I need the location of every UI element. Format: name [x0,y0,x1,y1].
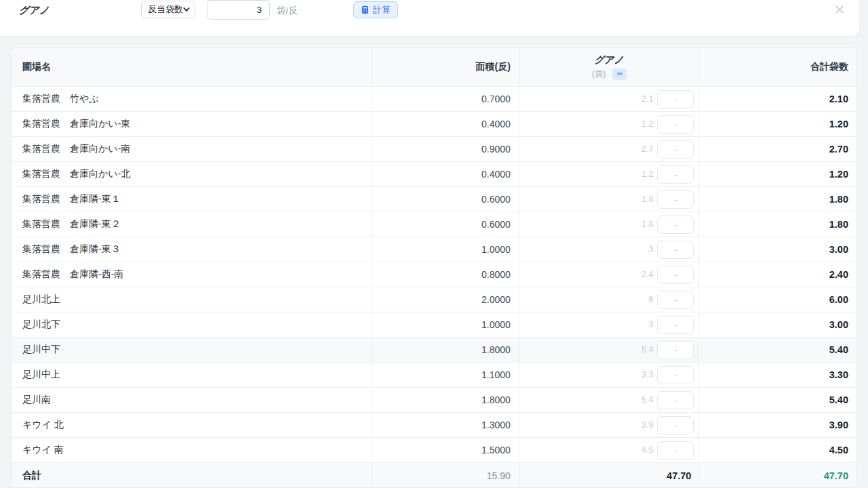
guano-override-input[interactable] [657,241,694,259]
field-name: キウイ 北 [22,419,64,431]
field-area-value: 0.4000 [481,119,511,129]
table-row: 集落営農 竹やぶ 0.7000 2.1 2.10 [12,87,856,112]
table-row: 足川中下 1.8000 5.4 5.40 [12,338,856,363]
guano-computed-value: 2.7 [642,144,653,154]
table-row: キウイ 南 1.5000 4.5 4.50 [12,438,856,463]
guano-override-input[interactable] [657,190,694,209]
header-guano-name: グアノ [595,54,624,66]
field-area-value: 2.0000 [481,294,511,305]
row-total-bags: 3.00 [829,244,848,255]
guano-override-input[interactable] [657,416,694,434]
fields-table: 圃場名 面積(反) グアノ (袋) ≃ 合計袋数 集落営農 竹やぶ 0.7000… [11,47,857,488]
close-icon[interactable] [834,4,845,15]
field-name: 集落営農 倉庫向かい-南 [22,143,130,155]
page-scroll-gutter [859,0,868,488]
guano-computed-value: 1.2 [642,169,653,179]
approx-badge[interactable]: ≃ [612,68,626,80]
field-area-value: 1.8000 [481,344,511,355]
header-field-name: 圃場名 [12,48,372,86]
field-name: キウイ 南 [22,444,64,456]
row-total-bags: 4.50 [829,445,848,455]
fertilizer-toolbar: グアノ 反当袋数 袋/反 計算 [0,0,859,37]
rate-input[interactable] [207,0,270,20]
header-total-bags: 合計袋数 [698,48,856,86]
field-area-value: 1.5000 [481,445,511,455]
guano-override-input[interactable] [657,341,694,359]
row-total-bags: 6.00 [829,294,848,305]
field-area-value: 1.8000 [481,394,511,405]
field-name: 集落営農 竹やぶ [22,93,99,105]
field-area-value: 0.6000 [481,219,511,230]
guano-computed-value: 4.5 [642,445,653,455]
row-total-bags: 1.20 [829,119,848,129]
field-area-value: 1.0000 [481,244,511,255]
row-total-bags: 2.40 [829,269,848,280]
table-row: 集落営農 倉庫隣-東１ 0.6000 1.8 1.80 [12,187,856,212]
table-body: 集落営農 竹やぶ 0.7000 2.1 2.10 集落営農 倉庫向かい-東 0.… [12,87,856,463]
guano-override-input[interactable] [657,140,694,159]
field-area-value: 0.9000 [481,144,511,155]
field-area-value: 0.8000 [481,269,511,280]
total-area-value: 15.90 [487,470,511,481]
guano-computed-value: 1.8 [642,195,653,204]
table-row: キウイ 北 1.3000 3.9 3.90 [12,413,856,438]
total-row-label: 合計 [22,470,41,482]
row-total-bags: 3.00 [829,319,848,330]
field-name: 集落営農 倉庫隣-東１ [22,193,121,205]
field-area-value: 0.4000 [481,169,511,180]
guano-computed-value: 3 [648,320,653,329]
field-name: 足川中上 [22,369,60,381]
table-row: 集落営農 倉庫向かい-北 0.4000 1.2 1.20 [12,162,856,187]
rate-mode-select[interactable]: 反当袋数 [141,1,195,18]
table-row: 足川北下 1.0000 3 3.00 [12,312,856,338]
total-bags-value: 47.70 [824,470,848,481]
calculator-icon [361,5,370,14]
field-name: 足川北下 [22,319,60,331]
guano-computed-value: 5.4 [642,395,653,405]
table-row: 集落営農 倉庫隣-東３ 1.0000 3 3.00 [12,237,856,262]
guano-override-input[interactable] [657,165,694,184]
guano-override-input[interactable] [657,291,694,309]
table-row: 集落営農 倉庫向かい-南 0.9000 2.7 2.70 [12,137,856,162]
row-total-bags: 1.80 [829,194,848,205]
row-total-bags: 5.40 [829,394,848,405]
header-guano-unit: (袋) [592,68,606,80]
row-total-bags: 3.90 [829,420,848,430]
guano-computed-value: 6 [648,295,653,304]
row-total-bags: 2.70 [829,144,848,155]
guano-override-input[interactable] [657,216,694,234]
row-total-bags: 5.40 [829,344,848,355]
guano-computed-value: 2.4 [642,270,653,279]
guano-override-input[interactable] [657,391,694,409]
table-header-row: 圃場名 面積(反) グアノ (袋) ≃ 合計袋数 [12,48,856,87]
field-area-value: 1.3000 [481,420,511,430]
guano-override-input[interactable] [657,441,694,460]
guano-override-input[interactable] [657,266,694,284]
table-row: 集落営農 倉庫向かい-東 0.4000 1.2 1.20 [12,112,856,137]
guano-override-input[interactable] [657,316,694,334]
table-row: 集落営農 倉庫隣-東２ 0.6000 1.8 1.80 [12,212,856,237]
guano-override-input[interactable] [657,115,694,134]
guano-computed-value: 1.8 [642,220,653,229]
calculate-button[interactable]: 計算 [353,1,398,18]
field-name: 足川南 [22,394,51,406]
guano-override-input[interactable] [657,90,694,108]
field-name: 足川北上 [22,293,60,306]
table-total-row: 合計 15.90 47.70 47.70 [12,463,856,488]
header-area: 面積(反) [372,48,519,86]
field-name: 集落営農 倉庫隣-東３ [22,243,121,256]
table-row: 足川中上 1.1000 3.3 3.30 [12,363,856,388]
calculate-button-label: 計算 [373,4,391,16]
guano-computed-value: 3.3 [642,370,653,380]
header-guano: グアノ (袋) ≃ [519,48,699,86]
field-name: 集落営農 倉庫向かい-北 [22,168,130,180]
guano-computed-value: 3.9 [642,420,653,430]
total-guano-value: 47.70 [667,470,694,481]
field-area-value: 1.0000 [481,319,511,330]
table-row: 足川南 1.8000 5.4 5.40 [12,388,856,413]
guano-override-input[interactable] [657,366,694,384]
field-area-value: 0.6000 [481,194,511,205]
row-total-bags: 2.10 [829,94,848,104]
table-row: 集落営農 倉庫隣-西-南 0.8000 2.4 2.40 [12,262,856,287]
row-total-bags: 1.80 [829,219,848,230]
